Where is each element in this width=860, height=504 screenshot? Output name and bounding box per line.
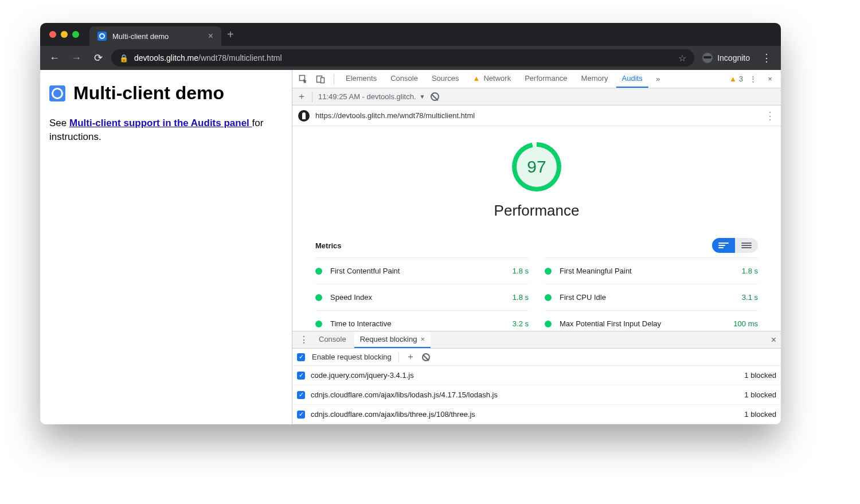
drawer-menu-icon[interactable]: ⋮ — [297, 334, 311, 345]
blocked-url: cdnjs.cloudflare.com/ajax/libs/three.js/… — [311, 410, 475, 419]
tab-performance[interactable]: Performance — [519, 71, 573, 88]
blocked-count: 1 blocked — [744, 390, 776, 399]
minimize-window-icon[interactable] — [61, 31, 68, 38]
status-dot-icon — [315, 268, 322, 275]
browser-tab[interactable]: Multi-client demo × — [89, 26, 221, 46]
metric-value: 3.1 s — [742, 293, 758, 302]
tab-memory[interactable]: Memory — [576, 71, 614, 88]
enable-blocking-checkbox[interactable]: ✓ — [297, 353, 305, 361]
tab-strip: Multi-client demo × + — [40, 23, 781, 46]
remove-all-patterns-icon[interactable] — [422, 353, 430, 361]
page-content: Multi-client demo See Multi-client suppo… — [40, 70, 292, 424]
metric-row: First Contentful Paint1.8 s — [315, 257, 529, 284]
pattern-checkbox[interactable]: ✓ — [297, 411, 305, 419]
favicon-icon — [97, 32, 107, 41]
pattern-checkbox[interactable]: ✓ — [297, 391, 305, 399]
status-dot-icon — [545, 321, 552, 327]
metric-name: First CPU Idle — [560, 293, 606, 302]
back-button[interactable]: ← — [46, 49, 63, 67]
devtools-panel: Elements Console Sources ▲Network Perfor… — [292, 70, 781, 424]
devtools-close-icon[interactable]: × — [763, 72, 777, 87]
metric-name: Speed Index — [330, 293, 372, 302]
tab-elements[interactable]: Elements — [340, 71, 382, 88]
metrics-grid: First Contentful Paint1.8 s First Meanin… — [292, 257, 781, 331]
drawer-tab-request-blocking[interactable]: Request blocking× — [354, 332, 431, 348]
url-display: devtools.glitch.me/wndt78/multiclient.ht… — [134, 53, 282, 62]
tab-audits[interactable]: Audits — [616, 71, 648, 88]
tab-sources[interactable]: Sources — [426, 71, 465, 88]
incognito-label: Incognito — [717, 53, 750, 62]
blocked-count: 1 blocked — [744, 410, 776, 419]
metric-value: 1.8 s — [513, 267, 529, 275]
devtools-settings-icon[interactable]: ⋮ — [745, 72, 760, 87]
warning-triangle-icon: ▲ — [473, 74, 480, 83]
chevron-down-icon: ▼ — [420, 93, 425, 100]
device-toolbar-icon[interactable] — [313, 72, 328, 87]
drawer-tabbar: ⋮ Console Request blocking× × — [292, 331, 781, 349]
pattern-checkbox[interactable]: ✓ — [297, 372, 305, 380]
drawer-close-icon[interactable]: × — [771, 335, 776, 345]
devtools-tabbar: Elements Console Sources ▲Network Perfor… — [292, 70, 781, 88]
tab-title: Multi-client demo — [112, 32, 169, 41]
window-traffic-lights — [49, 31, 79, 38]
metric-row: Time to Interactive3.2 s — [315, 310, 529, 331]
browser-window: Multi-client demo × + ← → ⟳ 🔒 devtools.g… — [40, 23, 781, 424]
docs-link[interactable]: Multi-client support in the Audits panel — [69, 118, 252, 128]
chrome-menu-button[interactable]: ⋮ — [758, 52, 775, 64]
add-pattern-button[interactable]: ＋ — [406, 351, 415, 363]
clear-audits-icon[interactable] — [431, 92, 439, 101]
audit-report: 97 Performance Metrics — [292, 126, 781, 331]
warnings-indicator[interactable]: ▲3 — [729, 75, 743, 83]
view-summary-icon[interactable] — [712, 238, 735, 253]
gauge-score: 97 — [527, 157, 546, 177]
incognito-icon — [702, 53, 713, 63]
reload-button[interactable]: ⟳ — [89, 49, 107, 67]
audit-url-row: https://devtools.glitch.me/wndt78/multic… — [292, 106, 781, 126]
close-tab-icon[interactable]: × — [420, 335, 425, 343]
drawer-tab-console[interactable]: Console — [313, 332, 352, 348]
metric-row: First CPU Idle3.1 s — [545, 284, 758, 310]
omnibox[interactable]: 🔒 devtools.glitch.me/wndt78/multiclient.… — [111, 49, 694, 67]
maximize-window-icon[interactable] — [72, 31, 79, 38]
audit-options-icon[interactable]: ⋮ — [765, 110, 775, 122]
enable-blocking-label: Enable request blocking — [312, 353, 392, 361]
page-heading-text: Multi-client demo — [73, 83, 224, 104]
page-description: See Multi-client support in the Audits p… — [49, 116, 283, 144]
new-audit-button[interactable]: ＋ — [297, 91, 306, 103]
status-dot-icon — [315, 294, 322, 301]
lock-icon: 🔒 — [119, 54, 128, 62]
blocked-row[interactable]: ✓ cdnjs.cloudflare.com/ajax/libs/three.j… — [292, 405, 781, 424]
audit-select-dropdown[interactable]: 11:49:25 AM - devtools.glitch. ▼ — [318, 92, 425, 101]
page-logo-icon — [49, 85, 65, 101]
address-bar: ← → ⟳ 🔒 devtools.glitch.me/wndt78/multic… — [40, 46, 781, 70]
close-window-icon[interactable] — [49, 31, 56, 38]
blocked-url: code.jquery.com/jquery-3.4.1.js — [311, 371, 414, 380]
blocked-row[interactable]: ✓ cdnjs.cloudflare.com/ajax/libs/lodash.… — [292, 385, 781, 405]
inspect-element-icon[interactable] — [296, 72, 311, 87]
metric-name: First Contentful Paint — [330, 267, 400, 275]
metric-row: Max Potential First Input Delay100 ms — [545, 310, 758, 331]
tab-console[interactable]: Console — [385, 71, 424, 88]
status-dot-icon — [315, 321, 322, 327]
page-text: See — [49, 118, 69, 128]
status-dot-icon — [545, 294, 552, 301]
view-detail-icon[interactable] — [735, 238, 758, 253]
metric-name: Time to Interactive — [330, 319, 391, 328]
devtools-drawer: ⋮ Console Request blocking× × ✓ Enable r… — [292, 331, 781, 424]
tab-network[interactable]: ▲Network — [467, 71, 517, 88]
warning-count: 3 — [739, 75, 743, 83]
gauge-label: Performance — [494, 202, 580, 220]
forward-button[interactable]: → — [68, 49, 85, 67]
bookmark-star-icon[interactable]: ☆ — [678, 53, 686, 64]
more-tabs-icon[interactable]: » — [651, 72, 666, 87]
close-tab-icon[interactable]: × — [208, 32, 213, 41]
metrics-view-toggle[interactable] — [712, 238, 758, 253]
request-blocking-toolbar: ✓ Enable request blocking ＋ — [292, 349, 781, 366]
blocked-row[interactable]: ✓ code.jquery.com/jquery-3.4.1.js 1 bloc… — [292, 366, 781, 385]
performance-gauge: 97 — [512, 142, 561, 192]
new-tab-button[interactable]: + — [227, 28, 234, 41]
metric-row: Speed Index1.8 s — [315, 284, 529, 310]
incognito-indicator: Incognito — [699, 53, 753, 63]
metrics-heading: Metrics — [315, 241, 342, 250]
metric-value: 1.8 s — [513, 293, 529, 302]
